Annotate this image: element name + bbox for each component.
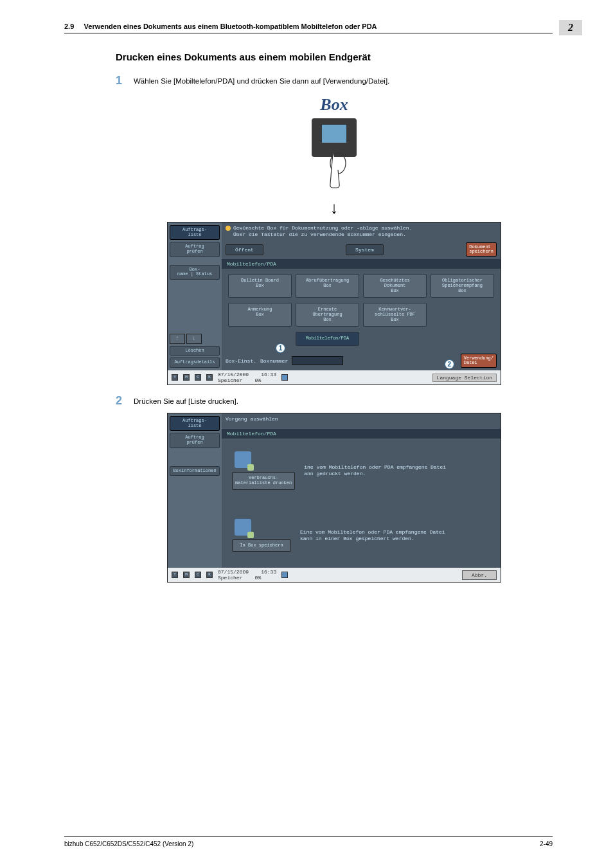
status-memory-label: Speicher xyxy=(218,575,242,581)
up-arrow-button[interactable]: ↑ xyxy=(170,334,185,344)
section-title: Verwenden eines Dokuments aus einem Blue… xyxy=(84,23,377,30)
section-number: 2.9 xyxy=(64,23,74,30)
ss1-sidebar: Auftrags- liste Auftrag prüfen Box- name… xyxy=(168,222,222,370)
page-footer: bizhub C652/C652DS/C552/C452 (Version 2)… xyxy=(64,836,553,847)
step-text: Wählen Sie [Mobiltelefon/PDA] und drücke… xyxy=(134,74,553,87)
job-details-button[interactable]: Auftragsdetails xyxy=(170,357,220,368)
memory-icon xyxy=(281,374,288,381)
ss1-status-bar: Y M C K 07/15/2009 16:33 Speicher 0% Lan… xyxy=(168,370,501,384)
info-icon xyxy=(226,226,231,231)
status-memory-label: Speicher xyxy=(218,377,242,383)
status-memory-pct: 0% xyxy=(255,377,262,383)
finger-icon xyxy=(321,150,347,189)
box-status-header: Box- name | Status xyxy=(170,265,220,280)
status-time: 16:33 xyxy=(261,372,276,377)
mobile-pda-tile[interactable]: Mobiltelefon/PDA xyxy=(296,332,359,346)
footer-model: bizhub C652/C652DS/C552/C452 (Version 2) xyxy=(64,840,193,847)
box-illustration: Box ↓ xyxy=(116,95,553,218)
toner-c-icon: C xyxy=(195,572,201,578)
box-label: Box xyxy=(116,95,553,114)
screenshot-operation-select: Auftrags- liste Auftrag prüfen Boxinform… xyxy=(167,413,501,583)
ss2-print-panel: Verbrauchs- materialliste drucken ine vo… xyxy=(222,439,501,503)
job-list-tab[interactable]: Auftrags- liste xyxy=(170,225,220,240)
ss2-main: Vorgang auswählen Mobiltelefon/PDA Verbr… xyxy=(222,413,501,568)
step-2: 2 Drücken Sie auf [Liste drucken]. xyxy=(116,394,553,408)
ss2-sidebar: Auftrags- liste Auftrag prüfen Boxinform… xyxy=(168,413,222,568)
job-check-tab[interactable]: Auftrag prüfen xyxy=(170,433,220,448)
poll-box-tile[interactable]: Abrufübertragung Box xyxy=(296,274,359,298)
screenshot-box-selection: Auftrags- liste Auftrag prüfen Box- name… xyxy=(167,222,501,385)
language-selection-button[interactable]: Language Selection xyxy=(432,374,497,382)
memory-rx-tile[interactable]: Obligatorischer Speicherempfang Box xyxy=(431,274,494,298)
status-date: 07/15/2009 xyxy=(218,372,249,377)
retransmit-box-tile[interactable]: Erneute Übertragung Box xyxy=(296,303,359,327)
ss1-grid: Bulletin Board Box Abrufübertragung Box … xyxy=(222,269,501,351)
toner-y-icon: Y xyxy=(172,572,178,578)
pdf-box-tile[interactable]: Kennwortver- schlüsselte PDF Box xyxy=(363,303,427,327)
print-description: ine vom Mobiltelefon oder PDA empfangene… xyxy=(304,464,446,476)
print-file-icon xyxy=(235,451,251,468)
callout-2: 2 xyxy=(445,359,454,369)
ss1-banner: Gewünschte Box für Dokumentnutzung oder … xyxy=(222,222,501,240)
job-check-tab[interactable]: Auftrag prüfen xyxy=(170,242,220,257)
ss1-bottom: Box-Einst. Boxnummer 2 Verwendung/ Datei xyxy=(222,351,501,370)
save-in-box-button[interactable]: In Box speichern xyxy=(232,539,291,552)
footer-page-number: 2-49 xyxy=(540,840,553,847)
box-information-button[interactable]: Boxinformationen xyxy=(170,466,220,476)
bulletin-box-tile[interactable]: Bulletin Board Box xyxy=(228,274,292,298)
memory-icon xyxy=(281,572,288,578)
down-arrow-button[interactable]: ↓ xyxy=(186,334,202,344)
system-tab[interactable]: System xyxy=(346,244,384,255)
ss2-save-panel: In Box speichern Eine vom Mobiltelefon o… xyxy=(222,503,501,568)
toner-m-icon: M xyxy=(183,572,190,578)
job-list-tab[interactable]: Auftrags- liste xyxy=(170,416,220,431)
toner-c-icon: C xyxy=(195,374,201,381)
usage-file-button[interactable]: Verwendung/ Datei xyxy=(461,354,497,368)
toner-k-icon: K xyxy=(206,572,213,578)
step-number: 2 xyxy=(116,394,134,408)
public-tab[interactable]: Öffent xyxy=(226,244,263,255)
save-document-button[interactable]: Dokument speichern xyxy=(466,242,497,257)
down-arrow-icon: ↓ xyxy=(116,198,553,218)
page-title: Drucken eines Dokuments aus einem mobile… xyxy=(116,51,553,62)
chapter-badge: 2 xyxy=(559,20,582,35)
ss1-toolbar: Öffent System Dokument speichern xyxy=(222,240,501,259)
ss2-strip: Mobiltelefon/PDA xyxy=(222,429,501,439)
box-number-input[interactable] xyxy=(292,356,343,365)
print-materials-list-button[interactable]: Verbrauchs- materialliste drucken xyxy=(232,472,295,489)
status-date: 07/15/2009 xyxy=(218,569,249,575)
annotation-box-tile[interactable]: Anmerkung Box xyxy=(228,303,292,327)
delete-button[interactable]: Löschen xyxy=(170,346,220,356)
secure-box-tile[interactable]: Geschütztes Dokument Box xyxy=(363,274,427,298)
step-1: 1 Wählen Sie [Mobiltelefon/PDA] und drüc… xyxy=(116,74,553,87)
save-description: Eine vom Mobiltelefon oder PDA empfangen… xyxy=(300,529,445,541)
step-text: Drücken Sie auf [Liste drucken]. xyxy=(134,394,553,408)
ss2-banner: Vorgang auswählen xyxy=(222,413,501,425)
toner-y-icon: Y xyxy=(172,374,178,381)
ss2-status-bar: Y M C K 07/15/2009 16:33 Speicher 0% Abb… xyxy=(168,568,501,582)
nav-arrows: ↑ ↓ xyxy=(170,334,220,344)
box-number-label: Boxnummer xyxy=(260,358,288,364)
ss1-strip: Mobiltelefon/PDA xyxy=(222,259,501,269)
step-number: 1 xyxy=(116,74,134,87)
box-settings-label[interactable]: Box-Einst. xyxy=(226,358,256,364)
status-memory-pct: 0% xyxy=(255,575,262,581)
ss1-main: Gewünschte Box für Dokumentnutzung oder … xyxy=(222,222,501,370)
save-file-icon xyxy=(235,519,251,536)
toner-k-icon: K xyxy=(206,374,213,381)
cancel-button[interactable]: Abbr. xyxy=(462,570,497,580)
toner-m-icon: M xyxy=(183,374,190,381)
status-time: 16:33 xyxy=(261,569,276,575)
page-header: 2.9 Verwenden eines Dokuments aus einem … xyxy=(64,23,553,33)
